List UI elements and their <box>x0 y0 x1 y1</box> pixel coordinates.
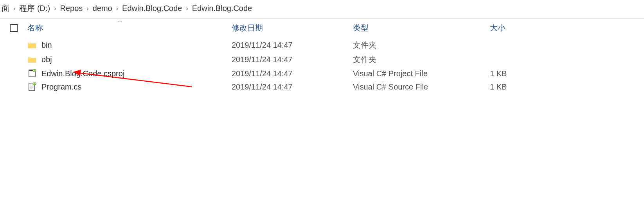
file-type: Visual C# Project File <box>353 69 490 78</box>
table-row[interactable]: C# Program.cs 2019/11/24 14:47 Visual C#… <box>0 80 644 93</box>
chevron-right-icon: › <box>115 5 120 12</box>
breadcrumb-item[interactable]: 面 <box>2 3 9 14</box>
file-type: Visual C# Source File <box>353 82 490 91</box>
breadcrumb-item[interactable]: Edwin.Blog.Code <box>192 4 252 13</box>
svg-text:C#: C# <box>33 83 36 85</box>
cs-file-icon: C# <box>27 82 37 91</box>
breadcrumb-item[interactable]: 程序 (D:) <box>19 3 50 14</box>
breadcrumb-item[interactable]: Edwin.Blog.Code <box>122 4 182 13</box>
file-name: obj <box>41 55 52 64</box>
file-name: Program.cs <box>41 82 81 91</box>
file-type: 文件夹 <box>353 40 490 50</box>
file-name: Edwin.Blog.Code.csproj <box>41 69 124 78</box>
file-date: 2019/11/24 14:47 <box>232 55 353 64</box>
file-size: 1 KB <box>490 69 568 78</box>
file-list: ︿ 名称 修改日期 类型 大小 bin 2019/11/24 14:47 文件夹… <box>0 19 644 93</box>
breadcrumb-item[interactable]: demo <box>93 4 112 13</box>
column-header-date[interactable]: 修改日期 <box>232 23 353 33</box>
table-row[interactable]: obj 2019/11/24 14:47 文件夹 <box>0 52 644 67</box>
chevron-right-icon: › <box>184 5 189 12</box>
folder-icon <box>27 41 37 50</box>
table-row[interactable]: C# Edwin.Blog.Code.csproj 2019/11/24 14:… <box>0 67 644 80</box>
column-header-row: 名称 修改日期 类型 大小 <box>0 19 644 38</box>
chevron-right-icon: › <box>85 5 90 12</box>
column-header-size[interactable]: 大小 <box>490 23 568 33</box>
chevron-right-icon: › <box>52 5 58 12</box>
breadcrumb: 面 › 程序 (D:) › Repos › demo › Edwin.Blog.… <box>0 0 644 19</box>
chevron-right-icon: › <box>12 5 17 12</box>
file-date: 2019/11/24 14:47 <box>232 69 353 78</box>
file-size: 1 KB <box>490 82 568 91</box>
svg-text:C#: C# <box>33 70 36 72</box>
folder-icon <box>27 55 37 64</box>
table-row[interactable]: bin 2019/11/24 14:47 文件夹 <box>0 38 644 52</box>
file-date: 2019/11/24 14:47 <box>232 82 353 91</box>
breadcrumb-item[interactable]: Repos <box>60 4 83 13</box>
csproj-file-icon: C# <box>27 69 37 78</box>
file-date: 2019/11/24 14:47 <box>232 41 353 50</box>
column-header-name[interactable]: 名称 <box>27 23 232 33</box>
file-name: bin <box>41 41 52 50</box>
column-header-type[interactable]: 类型 <box>353 23 490 33</box>
select-all-checkbox[interactable] <box>0 24 27 32</box>
file-type: 文件夹 <box>353 54 490 65</box>
